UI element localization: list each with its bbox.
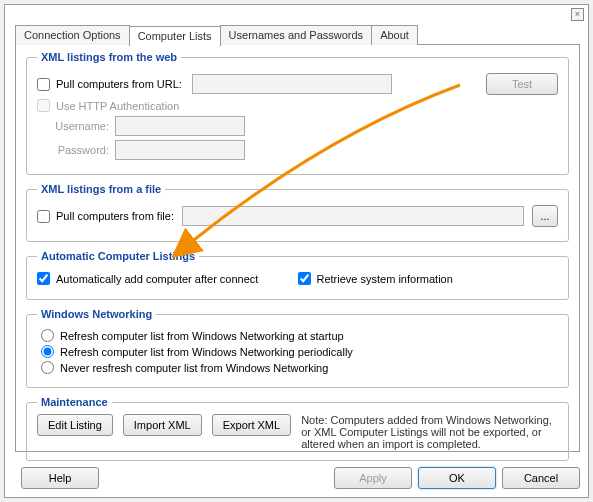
cancel-button[interactable]: Cancel	[502, 467, 580, 489]
import-xml-button[interactable]: Import XML	[123, 414, 202, 436]
tab-computer-lists[interactable]: Computer Lists	[129, 26, 221, 46]
group-windows-networking: Windows Networking Refresh computer list…	[26, 308, 569, 388]
browse-button[interactable]: ...	[532, 205, 558, 227]
group-xml-file: XML listings from a file Pull computers …	[26, 183, 569, 242]
options-dialog: × Connection Options Computer Lists User…	[4, 4, 589, 498]
checkbox-retrieve-sysinfo[interactable]	[298, 272, 311, 285]
input-url[interactable]	[192, 74, 392, 94]
legend-xml-web: XML listings from the web	[37, 51, 181, 63]
checkbox-pull-from-file[interactable]	[37, 210, 50, 223]
dialog-button-bar: Help Apply OK Cancel	[15, 467, 580, 489]
help-button[interactable]: Help	[21, 467, 99, 489]
test-button[interactable]: Test	[486, 73, 558, 95]
label-refresh-periodic: Refresh computer list from Windows Netwo…	[60, 346, 353, 358]
edit-listing-button[interactable]: Edit Listing	[37, 414, 113, 436]
checkbox-http-auth	[37, 99, 50, 112]
label-refresh-startup: Refresh computer list from Windows Netwo…	[60, 330, 344, 342]
label-password: Password:	[49, 144, 109, 156]
label-retrieve-sysinfo: Retrieve system information	[317, 273, 453, 285]
legend-automatic: Automatic Computer Listings	[37, 250, 199, 262]
tab-content: XML listings from the web Pull computers…	[15, 44, 580, 452]
label-pull-from-url: Pull computers from URL:	[56, 78, 182, 90]
radio-refresh-never[interactable]	[41, 361, 54, 374]
ok-button[interactable]: OK	[418, 467, 496, 489]
label-auto-add: Automatically add computer after connect	[56, 273, 258, 285]
legend-maintenance: Maintenance	[37, 396, 112, 408]
group-xml-web: XML listings from the web Pull computers…	[26, 51, 569, 175]
legend-xml-file: XML listings from a file	[37, 183, 165, 195]
label-http-auth: Use HTTP Authentication	[56, 100, 179, 112]
tab-about[interactable]: About	[371, 25, 418, 45]
radio-refresh-startup[interactable]	[41, 329, 54, 342]
tab-usernames-passwords[interactable]: Usernames and Passwords	[220, 25, 373, 45]
close-icon[interactable]: ×	[571, 8, 584, 21]
legend-windows-networking: Windows Networking	[37, 308, 156, 320]
input-file-path[interactable]	[182, 206, 524, 226]
maintenance-note: Note: Computers added from Windows Netwo…	[301, 414, 558, 450]
label-username: Username:	[49, 120, 109, 132]
input-username	[115, 116, 245, 136]
checkbox-pull-from-url[interactable]	[37, 78, 50, 91]
group-automatic: Automatic Computer Listings Automaticall…	[26, 250, 569, 300]
export-xml-button[interactable]: Export XML	[212, 414, 291, 436]
group-maintenance: Maintenance Edit Listing Import XML Expo…	[26, 396, 569, 461]
radio-refresh-periodic[interactable]	[41, 345, 54, 358]
input-password	[115, 140, 245, 160]
checkbox-auto-add[interactable]	[37, 272, 50, 285]
label-pull-from-file: Pull computers from file:	[56, 210, 174, 222]
label-refresh-never: Never resfresh computer list from Window…	[60, 362, 328, 374]
tab-connection-options[interactable]: Connection Options	[15, 25, 130, 45]
tab-bar: Connection Options Computer Lists Userna…	[15, 25, 417, 45]
apply-button[interactable]: Apply	[334, 467, 412, 489]
